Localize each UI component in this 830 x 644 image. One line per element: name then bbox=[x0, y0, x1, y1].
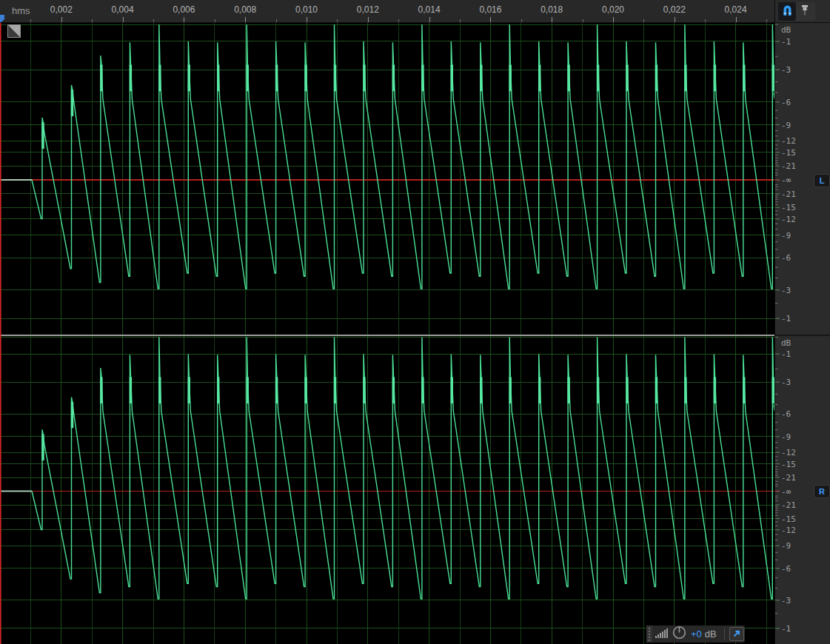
snap-toolbar-group bbox=[778, 2, 815, 21]
ruler-tick-minor bbox=[521, 19, 522, 22]
db-tick-label: -21 bbox=[781, 189, 796, 199]
time-tick-label: 0,010 bbox=[295, 4, 318, 15]
volume-value[interactable]: +0 bbox=[691, 628, 702, 640]
ruler-tick-minor bbox=[766, 19, 767, 22]
drag-grip[interactable] bbox=[646, 625, 652, 643]
ruler-tick-major bbox=[368, 17, 369, 22]
overlay-divider bbox=[724, 628, 725, 640]
db-tick-label: -1 bbox=[781, 37, 791, 47]
time-tick-label: 0,018 bbox=[540, 4, 563, 15]
db-tick-label: -9 bbox=[781, 541, 791, 551]
channel-badge-left[interactable]: L bbox=[814, 174, 830, 187]
waveform-channel-L bbox=[0, 24, 774, 289]
time-tick-label: 0,020 bbox=[602, 4, 624, 15]
ruler-tick-major bbox=[307, 17, 307, 22]
db-center-label: -∞ bbox=[781, 487, 791, 497]
ruler-tick-minor bbox=[153, 19, 154, 22]
time-tick-label: 0,004 bbox=[112, 4, 134, 15]
ruler-tick-major bbox=[675, 17, 675, 22]
db-header: dB bbox=[781, 338, 791, 348]
db-tick-label: -9 bbox=[781, 231, 791, 241]
ruler-tick-minor bbox=[705, 19, 706, 22]
level-bars-icon bbox=[655, 628, 669, 641]
ruler-tick-minor bbox=[30, 19, 31, 22]
ruler-tick-minor bbox=[276, 19, 277, 22]
time-tick-label: 0,012 bbox=[357, 4, 379, 15]
time-tick-label: 0,002 bbox=[50, 4, 73, 15]
marker-pin-button[interactable] bbox=[796, 2, 814, 21]
db-tick-label: -6 bbox=[781, 98, 791, 107]
time-tick-label: 0,024 bbox=[725, 4, 747, 15]
waveform-channel-R bbox=[0, 338, 774, 600]
db-tick-label: -6 bbox=[781, 564, 791, 574]
ruler-tick-major bbox=[123, 17, 124, 22]
amplitude-scale-panel[interactable]: dB-1-1-3-3-6-6-9-9-12-12-15-15-21-21-∞dB… bbox=[774, 23, 830, 644]
db-tick-label: -21 bbox=[781, 161, 796, 171]
channel-edit-toggle-icon[interactable] bbox=[7, 24, 21, 38]
db-tick-label: -6 bbox=[781, 409, 791, 419]
ruler-tick-major bbox=[613, 17, 614, 22]
db-tick-label: -9 bbox=[781, 432, 791, 442]
corner-toolbar bbox=[774, 0, 830, 23]
waveform-display[interactable] bbox=[0, 23, 774, 644]
ruler-tick-minor bbox=[643, 19, 644, 22]
db-tick-label: -21 bbox=[781, 473, 796, 483]
db-tick-label: -3 bbox=[781, 286, 791, 295]
ruler-tick-major bbox=[736, 17, 737, 22]
time-tick-label: 0,008 bbox=[234, 4, 256, 15]
ruler-tick-major bbox=[490, 17, 491, 22]
pin-icon bbox=[799, 4, 811, 20]
ruler-tick-major bbox=[429, 17, 430, 22]
db-tick-label: -15 bbox=[781, 203, 796, 212]
db-tick-label: -12 bbox=[781, 215, 796, 224]
arrow-up-right-icon bbox=[732, 628, 741, 641]
timeline-ruler[interactable]: hms 0,0020,0040,0060,0080,0100,0120,0140… bbox=[0, 0, 774, 23]
db-tick-label: -6 bbox=[781, 253, 791, 263]
grid-horizontal-lines bbox=[0, 24, 774, 628]
magnet-icon bbox=[781, 3, 794, 20]
db-tick-label: -1 bbox=[781, 314, 791, 323]
ruler-tick-minor bbox=[92, 19, 93, 22]
ruler-tick-minor bbox=[583, 19, 583, 22]
db-tick-label: -1 bbox=[781, 349, 791, 359]
db-tick-label: -15 bbox=[781, 460, 796, 469]
db-tick-label: -3 bbox=[781, 378, 791, 387]
db-tick-label: -1 bbox=[781, 624, 791, 634]
ruler-tick-major bbox=[184, 17, 184, 22]
volume-hud[interactable]: +0 dB bbox=[646, 625, 745, 643]
db-header: dB bbox=[781, 25, 791, 35]
ruler-tick-minor bbox=[398, 19, 399, 22]
db-tick-label: -15 bbox=[781, 514, 796, 524]
db-tick-label: -15 bbox=[781, 148, 796, 158]
ruler-tick-minor bbox=[460, 19, 461, 22]
pop-out-button[interactable] bbox=[729, 627, 744, 641]
db-tick-label: -3 bbox=[781, 65, 791, 75]
ruler-tick-minor bbox=[215, 19, 215, 22]
ruler-tick-major bbox=[61, 17, 62, 22]
db-tick-label: -12 bbox=[781, 526, 796, 535]
audio-editor-window: hms 0,0020,0040,0060,0080,0100,0120,0140… bbox=[0, 0, 830, 644]
playhead-marker-head[interactable] bbox=[0, 15, 4, 23]
time-tick-label: 0,014 bbox=[418, 4, 441, 15]
time-tick-label: 0,006 bbox=[173, 4, 195, 15]
ruler-tick-minor bbox=[337, 19, 338, 22]
time-tick-label: 0,022 bbox=[663, 4, 686, 15]
volume-knob-icon[interactable] bbox=[672, 625, 686, 643]
channel-badge-right[interactable]: R bbox=[814, 485, 830, 498]
time-tick-label: 0,016 bbox=[479, 4, 501, 15]
time-format-label[interactable]: hms bbox=[12, 5, 30, 16]
db-tick-label: -12 bbox=[781, 448, 796, 457]
ruler-tick-major bbox=[552, 17, 552, 22]
ruler-tick-major bbox=[245, 17, 246, 22]
db-tick-label: -12 bbox=[781, 136, 796, 146]
volume-unit: dB bbox=[705, 628, 717, 640]
db-tick-label: -21 bbox=[781, 500, 796, 510]
db-scale: dB-1-1-3-3-6-6-9-9-12-12-15-15-21-21-∞dB… bbox=[775, 23, 830, 644]
snap-toggle-button[interactable] bbox=[778, 2, 796, 21]
db-tick-label: -3 bbox=[781, 596, 791, 606]
waveform-canvas[interactable] bbox=[0, 23, 774, 644]
db-tick-label: -9 bbox=[781, 121, 791, 130]
db-center-label: -∞ bbox=[781, 175, 791, 185]
